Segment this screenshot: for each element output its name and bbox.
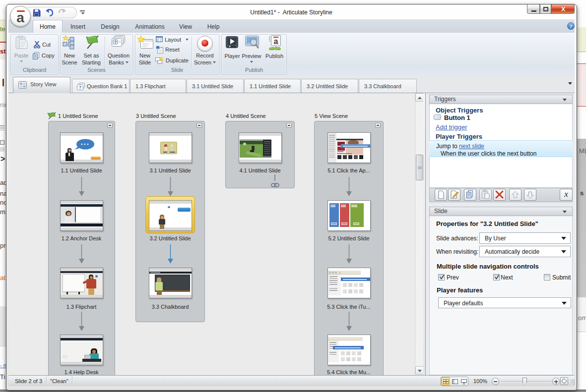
svg-text:?: ? — [114, 40, 117, 45]
svg-text:a: a — [274, 37, 278, 46]
svg-text:?: ? — [79, 85, 82, 90]
svg-text:?: ? — [570, 23, 573, 29]
